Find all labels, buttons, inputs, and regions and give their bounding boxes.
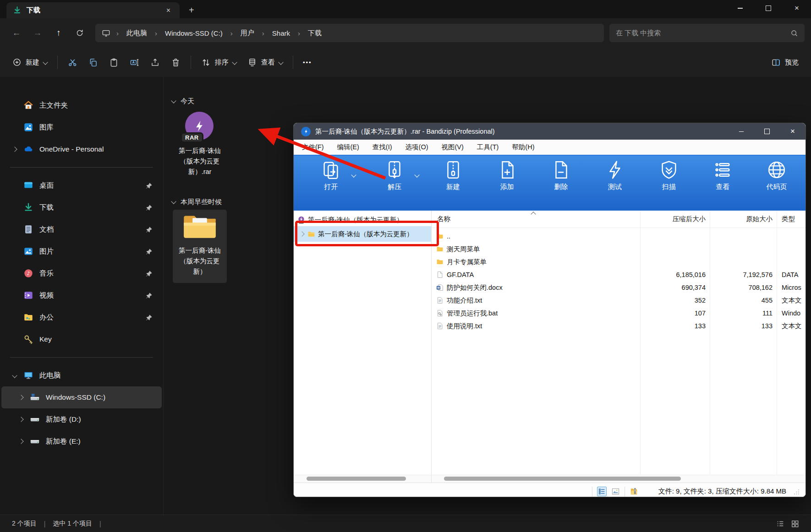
column-header-original-size[interactable]: 原始大小 [710,215,777,223]
file-type: Windo [777,309,806,317]
menu-help[interactable]: 帮助(H) [512,143,534,152]
explorer-status-bar: 2 个项目 | 选中 1 个项目 | [0,515,811,532]
rar-archive-icon: RAR [297,216,305,224]
sidebar-item-music[interactable]: ♪ 音乐 [1,262,162,284]
menu-file[interactable]: 文件(F) [302,143,324,152]
breadcrumb-drive-c[interactable]: Windows-SSD (C:) [163,28,225,38]
forward-button[interactable]: → [27,24,48,42]
file-name: 功能介绍.txt [447,296,482,305]
column-header-type[interactable]: 类型 [777,215,806,223]
chevron-right-icon[interactable] [299,231,304,236]
list-row-file[interactable]: 功能介绍.txt 352 455 文本文 [432,294,806,307]
menu-find[interactable]: 查找(I) [373,143,392,152]
sidebar-item-home[interactable]: 主文件夹 [1,94,162,116]
list-row-file[interactable]: GF.DATA 6,185,016 7,192,576 DATA [432,268,806,281]
paste-button[interactable] [104,54,124,71]
list-row-parent-dir[interactable]: .. [432,230,806,243]
sidebar-item-drive-d[interactable]: 新加卷 (D:) [1,408,162,430]
maximize-button[interactable] [754,0,783,16]
menu-tools[interactable]: 工具(T) [477,143,499,152]
group-header-earlier-this-week[interactable]: 本周早些时候 [172,198,222,206]
close-button[interactable]: × [783,0,811,16]
maximize-button[interactable] [754,123,780,140]
list-row-file[interactable]: W防护如何关闭.docx 690,374 708,162 Micros [432,281,806,294]
cut-button[interactable] [63,54,82,71]
back-button[interactable]: ← [6,24,27,42]
minimize-button[interactable] [726,0,754,16]
up-button[interactable]: ↑ [49,24,69,42]
menu-edit[interactable]: 编辑(E) [337,143,359,152]
list-row-file[interactable]: 管理员运行我.bat 107 111 Windo [432,307,806,320]
share-button[interactable] [145,54,165,71]
new-button[interactable]: 新建 [7,54,52,71]
search-input[interactable]: 在 下载 中搜索 [609,24,805,42]
open-archive-button[interactable]: 打开 [299,159,363,211]
menu-view[interactable]: 视图(V) [441,143,463,152]
icons-view-toggle[interactable] [791,520,799,528]
rename-button[interactable] [125,54,144,71]
close-button[interactable]: × [780,123,806,140]
column-header-name[interactable]: 名称 [432,215,641,223]
sidebar-item-videos[interactable]: 视频 [1,284,162,306]
open-folder-icon[interactable] [630,487,638,496]
sidebar-item-this-pc[interactable]: 此电脑 [1,364,162,386]
details-view-button[interactable] [597,487,607,496]
sidebar-item-pictures[interactable]: 图片 [1,240,162,262]
breadcrumb-this-pc[interactable]: 此电脑 [125,27,149,39]
sidebar-item-desktop[interactable]: 桌面 [1,174,162,196]
breadcrumb-separator: › [296,29,302,37]
resize-grip[interactable] [793,488,800,495]
sidebar-item-documents[interactable]: 文档 [1,218,162,240]
chevron-down-icon[interactable] [415,172,420,177]
minimize-button[interactable]: ─ [729,123,754,140]
tree-scrollbar-thumb[interactable] [307,477,406,481]
menu-options[interactable]: 选项(O) [406,143,428,152]
tab-close-icon[interactable]: × [164,6,173,15]
preview-button[interactable]: 预览 [766,54,804,71]
add-files-button[interactable]: 添加 [480,159,534,211]
tree-item-extracted-folder[interactable]: 第一后裔-诛仙（版本为云更新） [294,226,431,242]
breadcrumb-users[interactable]: 用户 [239,27,256,39]
sidebar-item-office[interactable]: 办公 [1,306,162,328]
list-row-folder[interactable]: 月卡专属菜单 [432,255,806,268]
rar-file-tile[interactable]: RAR 第一后裔-诛仙（版本为云更新）.rar [173,108,227,177]
sidebar-item-gallery[interactable]: 图库 [1,116,162,138]
sort-button[interactable]: 排序 [196,54,241,71]
address-bar[interactable]: › 此电脑 › Windows-SSD (C:) › 用户 › Shark › … [95,24,604,42]
new-archive-button[interactable]: 新建 [426,159,480,211]
details-view-toggle[interactable] [776,520,784,528]
tree-item-archive-root[interactable]: RAR 第一后裔-诛仙（版本为云更新） [294,213,431,226]
delete-files-button[interactable]: 删除 [534,159,588,211]
refresh-button[interactable] [70,24,90,42]
sidebar-item-onedrive[interactable]: OneDrive - Personal [1,138,162,160]
window-title: 第一后裔-诛仙（版本为云更新）.rar - Bandizip (Professi… [315,127,495,136]
sidebar-item-drive-c[interactable]: Windows-SSD (C:) [1,386,162,408]
thumbnail-view-button[interactable] [611,487,620,496]
explorer-tab[interactable]: 下载 × [6,2,180,18]
folder-tile-selected[interactable]: 第一后裔-诛仙（版本为云更新） [173,210,227,283]
codepage-button[interactable]: 代码页 [750,159,804,211]
scan-virus-button[interactable]: 扫描 [642,159,696,211]
copy-button[interactable] [83,54,103,71]
preview-pane-icon [771,58,781,67]
extract-button[interactable]: 解压 [363,159,427,211]
view-file-button[interactable]: 查看 [696,159,750,211]
list-row-file[interactable]: 使用说明.txt 133 133 文本文 [432,320,806,332]
test-archive-button[interactable]: 测试 [588,159,642,211]
more-options-button[interactable]: ••• [298,55,317,70]
list-scrollbar-thumb[interactable] [444,477,681,481]
breadcrumb-shark[interactable]: Shark [270,28,292,38]
delete-button[interactable] [166,54,186,71]
chevron-down-icon[interactable] [351,172,356,177]
breadcrumb-downloads[interactable]: 下载 [306,27,323,39]
chevron-down-icon [171,98,176,103]
sidebar-item-drive-e[interactable]: 新加卷 (E:) [1,430,162,452]
group-header-today[interactable]: 今天 [172,97,194,106]
view-button[interactable]: 查看 [242,54,288,71]
new-tab-button[interactable]: + [189,5,194,16]
list-row-folder[interactable]: 测天周菜单 [432,243,806,255]
sidebar-item-downloads[interactable]: 下载 [1,196,162,218]
bandizip-title-bar[interactable]: 第一后裔-诛仙（版本为云更新）.rar - Bandizip (Professi… [294,123,806,140]
column-header-packed-size[interactable]: 压缩后大小 [641,215,710,223]
sidebar-item-key[interactable]: Key [1,328,162,350]
